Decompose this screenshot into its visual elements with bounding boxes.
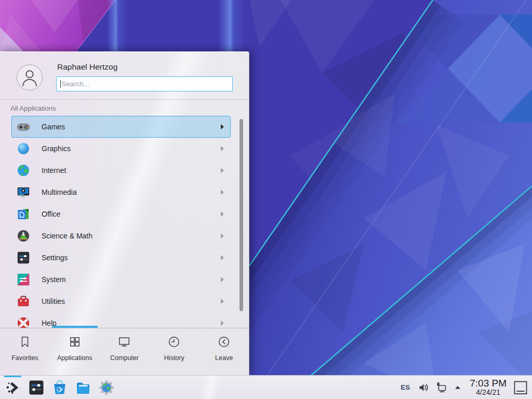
chevron-right-icon — [221, 255, 224, 260]
taskbar-pinned-apps — [5, 379, 122, 396]
category-item-multimedia[interactable]: Multimedia — [11, 181, 231, 203]
clock-date: 4/24/21 — [470, 389, 507, 396]
network-icon[interactable] — [435, 381, 448, 394]
launcher-tab-bar: FavoritesApplicationsComputerHistoryLeav… — [0, 328, 249, 376]
taskbar-discover[interactable] — [51, 379, 68, 396]
system-tray: ES 7:03 PM 4/24/21 — [401, 378, 527, 396]
tab-label: Favorites — [11, 354, 38, 362]
office-icon — [16, 207, 31, 221]
taskbar-web-browser[interactable] — [98, 379, 115, 396]
help-icon — [16, 316, 31, 328]
taskbar-application-launcher[interactable] — [5, 379, 21, 396]
internet-icon — [16, 163, 31, 178]
system-settings-icon — [28, 379, 45, 396]
digital-clock[interactable]: 7:03 PM 4/24/21 — [470, 378, 507, 396]
show-desktop-button[interactable] — [514, 380, 527, 395]
application-category-list: GamesGraphicsInternetMultimediaOfficeSci… — [0, 114, 249, 328]
category-item-system[interactable]: System — [11, 269, 231, 290]
category-label: Internet — [42, 166, 221, 175]
chevron-right-icon — [221, 190, 224, 195]
utilities-icon — [16, 294, 31, 309]
taskbar-file-manager[interactable] — [75, 379, 91, 396]
category-label: Science & Math — [42, 232, 221, 240]
chevron-right-icon — [221, 277, 224, 282]
section-label: All Applications — [10, 104, 56, 112]
tab-history[interactable]: History — [149, 328, 199, 376]
dolphin-icon — [75, 379, 91, 396]
volume-icon[interactable] — [418, 382, 429, 393]
search-placeholder: Search... — [61, 80, 89, 88]
text-cursor — [60, 80, 61, 88]
tab-favorites[interactable]: Favorites — [0, 328, 50, 376]
chevron-right-icon — [221, 211, 224, 217]
user-name: Raphael Hertzog — [57, 62, 117, 72]
tab-leave[interactable]: Leave — [199, 328, 249, 376]
computer-icon — [117, 335, 131, 351]
tab-applications[interactable]: Applications — [50, 328, 100, 376]
expand-tray-caret-icon[interactable] — [454, 384, 461, 391]
tab-label: Leave — [215, 354, 233, 362]
taskbar: ES 7:03 PM 4/24/21 — [0, 375, 532, 399]
category-label: System — [42, 275, 221, 284]
category-label: Settings — [42, 254, 221, 262]
category-item-science-math[interactable]: Science & Math — [11, 225, 231, 247]
games-icon — [16, 119, 31, 134]
tab-label: Applications — [57, 354, 92, 362]
category-item-settings[interactable]: Settings — [11, 247, 231, 269]
tab-computer[interactable]: Computer — [100, 328, 150, 376]
category-label: Multimedia — [42, 188, 221, 196]
user-avatar[interactable] — [17, 64, 43, 90]
search-input[interactable]: Search... — [56, 76, 233, 91]
kickoff-icon — [5, 379, 21, 396]
category-item-help[interactable]: Help — [11, 312, 231, 328]
multimedia-icon — [16, 185, 31, 200]
graphics-icon — [16, 141, 31, 156]
category-item-games[interactable]: Games — [11, 116, 231, 138]
header-divider — [0, 99, 249, 100]
active-tab-indicator — [52, 326, 98, 328]
chevron-right-icon — [221, 124, 224, 129]
clock-time: 7:03 PM — [470, 378, 507, 389]
chevron-right-icon — [221, 168, 224, 173]
category-label: Graphics — [42, 144, 221, 153]
history-icon — [167, 335, 181, 351]
taskbar-system-settings[interactable] — [28, 379, 45, 396]
discover-icon — [51, 379, 68, 396]
keyboard-layout-indicator[interactable]: ES — [401, 383, 410, 391]
user-icon — [17, 65, 42, 90]
system-icon — [16, 272, 31, 287]
category-item-utilities[interactable]: Utilities — [11, 290, 231, 312]
chevron-right-icon — [221, 146, 224, 151]
browser-icon — [98, 379, 115, 396]
application-launcher-menu: Raphael Hertzog Search... All Applicatio… — [0, 51, 249, 375]
category-item-graphics[interactable]: Graphics — [11, 138, 231, 159]
category-label: Utilities — [42, 297, 221, 305]
settings-icon — [16, 250, 31, 265]
applications-icon — [68, 335, 82, 351]
favorites-icon — [18, 335, 32, 351]
tab-label: Computer — [110, 354, 139, 362]
leave-icon — [217, 335, 231, 351]
chevron-right-icon — [221, 321, 224, 326]
category-label: Games — [42, 123, 221, 131]
tab-label: History — [164, 354, 184, 362]
chevron-right-icon — [221, 299, 224, 304]
scrollbar-thumb[interactable] — [240, 119, 243, 311]
category-item-office[interactable]: Office — [11, 203, 231, 225]
category-label: Office — [42, 210, 221, 218]
chevron-right-icon — [221, 233, 224, 238]
show-desktop-icon — [514, 380, 527, 395]
category-item-internet[interactable]: Internet — [11, 159, 231, 181]
science-icon — [16, 229, 31, 243]
scrollbar[interactable] — [240, 119, 243, 326]
